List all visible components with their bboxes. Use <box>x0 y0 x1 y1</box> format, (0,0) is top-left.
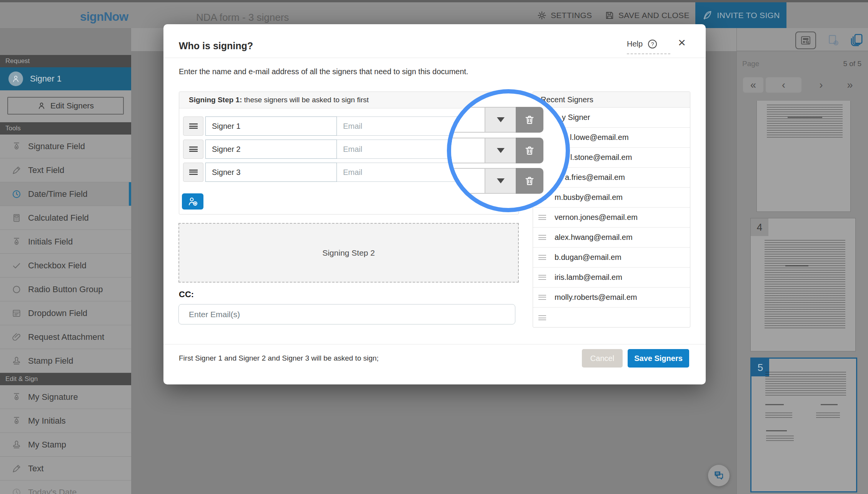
signing-step2-dropzone[interactable]: Signing Step 2 <box>178 223 519 283</box>
chevron-down-icon <box>497 148 505 153</box>
tool-label: Request Attachment <box>28 332 104 342</box>
sidebar-item-radio-button-group[interactable]: Radio Button Group <box>0 278 131 301</box>
trash-icon <box>523 145 536 157</box>
page-4-thumbnail[interactable]: 4 <box>750 218 856 351</box>
drag-handle[interactable] <box>183 116 203 136</box>
add-signer-button[interactable] <box>182 193 203 210</box>
edit-sign-section-header: Edit & Sign <box>0 373 131 385</box>
help-link[interactable]: Help ? <box>627 40 670 54</box>
pen-nib-icon <box>12 237 22 247</box>
sidebar-item-todays-date[interactable]: Today's Date <box>0 481 131 494</box>
magnified-options-dropdown <box>485 138 516 163</box>
recent-signer-item[interactable]: m.busby@email.em <box>533 188 690 208</box>
chevron-down-icon <box>497 178 505 183</box>
sidebar-item-text[interactable]: Text <box>0 457 131 481</box>
settings-label: SETTINGS <box>551 11 592 20</box>
page-5-thumbnail[interactable]: 5 <box>750 358 857 492</box>
thumbnails-icon <box>800 35 811 46</box>
radio-circle-icon <box>12 284 22 294</box>
trash-icon <box>523 175 536 187</box>
edit-signers-label: Edit Signers <box>50 101 94 110</box>
recent-signer-item[interactable]: vernon.jones@email.em <box>533 208 690 228</box>
toolbar-divider <box>736 51 868 51</box>
first-page-button[interactable]: « <box>743 77 763 93</box>
sidebar-item-signature-field[interactable]: Signature Field <box>0 135 131 158</box>
recent-signer-item[interactable]: molly.roberts@email.em <box>533 288 690 308</box>
sidebar-item-calculated-field[interactable]: Calculated Field <box>0 206 131 230</box>
sidebar-item-dropdown-field[interactable]: Dropdown Field <box>0 301 131 325</box>
tool-label: Radio Button Group <box>28 284 103 294</box>
edit-signers-button[interactable]: Edit Signers <box>7 97 124 115</box>
who-is-signing-modal: Who is signing? Help ? × Enter the name … <box>163 24 706 384</box>
tool-label: My Signature <box>28 392 78 402</box>
drag-handle-icon <box>538 295 546 300</box>
modal-description: Enter the name and e-mail address of all… <box>179 67 468 76</box>
recent-signer-item[interactable]: iris.lamb@email.em <box>533 268 690 288</box>
signer-name-input[interactable] <box>205 116 337 136</box>
user-icon <box>12 75 20 83</box>
tool-label: Initials Field <box>28 237 73 247</box>
list-icon <box>12 308 22 318</box>
sidebar-item-datetime-field[interactable]: Date/Time Field <box>0 182 131 206</box>
sidebar-item-checkbox-field[interactable]: Checkbox Field <box>0 254 131 278</box>
copy-pages-button[interactable] <box>850 33 864 47</box>
document-settings-button[interactable] <box>827 34 840 47</box>
sidebar-item-stamp-field[interactable]: Stamp Field <box>0 349 131 373</box>
recent-signer-label: alex.hwang@email.em <box>533 233 633 242</box>
modal-title: Who is signing? <box>179 40 253 52</box>
tool-label: Date/Time Field <box>28 189 87 199</box>
drag-handle[interactable] <box>183 163 203 182</box>
sidebar-item-text-field[interactable]: Text Field <box>0 158 131 182</box>
question-icon: ? <box>648 40 657 48</box>
thumbnails-toggle-button[interactable] <box>795 32 816 49</box>
tool-label: Signature Field <box>28 141 85 151</box>
sidebar-item-my-initials[interactable]: My Initials <box>0 409 131 433</box>
page-position: 5 of 5 <box>815 60 861 68</box>
magnified-delete-button <box>516 138 543 163</box>
clock-icon <box>12 487 22 494</box>
cancel-label: Cancel <box>590 354 614 363</box>
signing-step2-label: Signing Step 2 <box>322 248 375 258</box>
page-3-thumbnail[interactable] <box>756 101 851 212</box>
pencil-icon <box>12 464 22 474</box>
signing-step1-subtitle: these signers will be asked to sign firs… <box>242 96 369 104</box>
invite-to-sign-button[interactable]: INVITE TO SIGN <box>695 2 786 28</box>
last-page-icon: » <box>847 79 853 91</box>
sidebar-item-my-stamp[interactable]: My Stamp <box>0 433 131 457</box>
signer-name-input[interactable] <box>205 163 337 182</box>
page-4-number: 4 <box>751 218 768 236</box>
stamp-icon <box>12 440 22 450</box>
signing-order-note: First Signer 1 and Signer 2 and Signer 3… <box>179 354 379 363</box>
chat-button[interactable] <box>708 465 730 486</box>
close-icon[interactable]: × <box>678 36 686 49</box>
feather-icon <box>702 10 712 20</box>
tool-label: Calculated Field <box>28 213 89 223</box>
signer-name-input[interactable] <box>205 140 337 159</box>
recent-signer-item[interactable]: b.dugan@email.em <box>533 248 690 268</box>
sidebar-item-my-signature[interactable]: My Signature <box>0 385 131 409</box>
drag-handle-icon <box>538 235 546 240</box>
drag-handle-icon <box>538 315 546 320</box>
save-signers-button[interactable]: Save Signers <box>628 349 689 368</box>
sidebar-item-signer1[interactable]: Signer 1 <box>0 67 131 90</box>
gear-icon <box>537 10 547 20</box>
last-page-button[interactable]: » <box>838 77 861 93</box>
cancel-button[interactable]: Cancel <box>582 349 623 368</box>
next-page-button[interactable]: › <box>810 77 833 93</box>
panel-divider <box>736 28 737 494</box>
modal-footer-divider <box>163 344 706 344</box>
tool-label: Dropdown Field <box>28 308 87 318</box>
drag-handle-icon <box>189 123 198 129</box>
tool-label: Today's Date <box>28 487 77 494</box>
first-page-icon: « <box>750 79 756 91</box>
recent-signer-item[interactable] <box>533 308 690 328</box>
sidebar-item-request-attachment[interactable]: Request Attachment <box>0 325 131 349</box>
next-page-icon: › <box>820 79 823 91</box>
previous-page-button[interactable]: ‹ <box>766 77 801 93</box>
drag-handle[interactable] <box>183 140 203 159</box>
recent-signer-item[interactable]: alex.hwang@email.em <box>533 228 690 248</box>
magnified-signer-controls <box>447 168 543 194</box>
cc-email-input[interactable] <box>178 304 515 324</box>
magnified-options-dropdown <box>485 107 516 133</box>
sidebar-item-initials-field[interactable]: Initials Field <box>0 230 131 254</box>
